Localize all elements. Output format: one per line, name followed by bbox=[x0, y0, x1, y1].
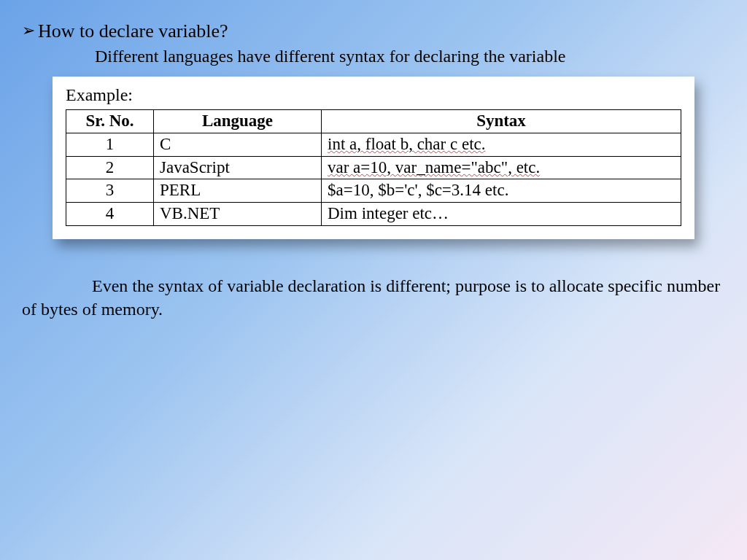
cell-language: PERL bbox=[154, 179, 322, 203]
cell-sr: 4 bbox=[66, 203, 154, 226]
footer-paragraph: Even the syntax of variable declaration … bbox=[22, 274, 725, 322]
subtitle-text: Different languages have different synta… bbox=[22, 47, 725, 66]
table-row: 3 PERL $a=10, $b='c', $c=3.14 etc. bbox=[66, 179, 681, 203]
cell-sr: 2 bbox=[66, 156, 154, 179]
cell-syntax: var a=10, var_name="abc", etc. bbox=[322, 156, 681, 179]
header-language: Language bbox=[154, 110, 322, 133]
table-row: 4 VB.NET Dim integer etc… bbox=[66, 203, 681, 226]
cell-syntax: $a=10, $b='c', $c=3.14 etc. bbox=[322, 179, 681, 203]
cell-sr: 1 bbox=[66, 133, 154, 156]
table-row: 2 JavaScript var a=10, var_name="abc", e… bbox=[66, 156, 681, 179]
example-label: Example: bbox=[66, 85, 681, 105]
header-syntax: Syntax bbox=[322, 110, 681, 133]
slide-heading: ➢ How to declare variable? bbox=[22, 20, 725, 42]
cell-syntax: Dim integer etc… bbox=[322, 203, 681, 226]
heading-text: How to declare variable? bbox=[38, 20, 228, 42]
bullet-icon: ➢ bbox=[22, 20, 35, 42]
cell-language: C bbox=[154, 133, 322, 156]
table-header-row: Sr. No. Language Syntax bbox=[66, 110, 681, 133]
header-sr: Sr. No. bbox=[66, 110, 154, 133]
table-row: 1 C int a, float b, char c etc. bbox=[66, 133, 681, 156]
cell-language: JavaScript bbox=[154, 156, 322, 179]
cell-sr: 3 bbox=[66, 179, 154, 203]
cell-syntax: int a, float b, char c etc. bbox=[322, 133, 681, 156]
syntax-table: Sr. No. Language Syntax 1 C int a, float… bbox=[66, 109, 681, 226]
example-card: Example: Sr. No. Language Syntax 1 C int… bbox=[53, 77, 694, 239]
cell-language: VB.NET bbox=[154, 203, 322, 226]
